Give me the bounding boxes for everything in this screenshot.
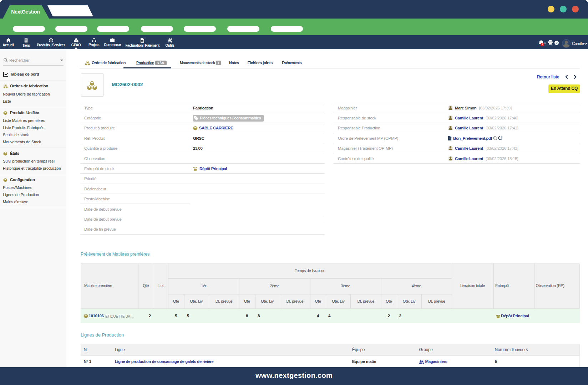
svg-text:?: ? [556,41,557,44]
